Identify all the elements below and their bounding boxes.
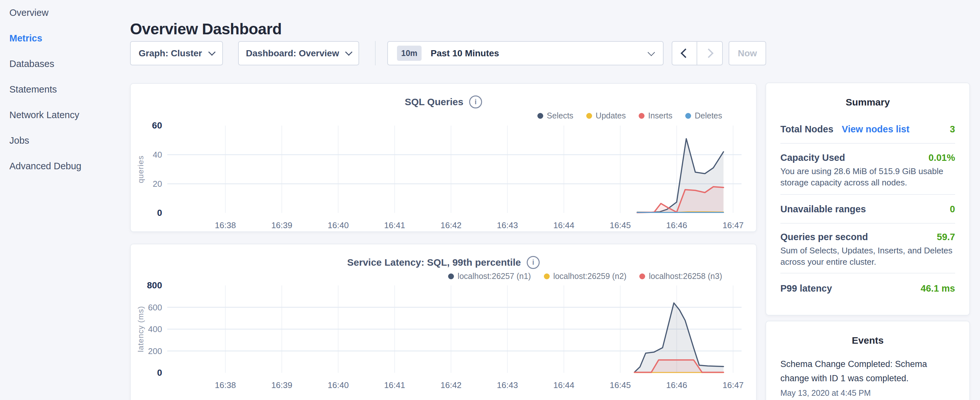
legend-dot-icon: [639, 274, 645, 279]
x-tick-label: 16:46: [666, 380, 687, 390]
summary-label: P99 latency: [780, 283, 832, 294]
x-tick-label: 16:47: [722, 380, 743, 390]
time-window-badge: 10m: [397, 46, 422, 61]
sql-queries-chart-card: SQL Queries i SelectsUpdatesInsertsDelet…: [130, 83, 757, 232]
x-tick-label: 16:41: [384, 220, 405, 230]
chart-title-row: Service Latency: SQL, 99th percentile i: [131, 256, 756, 269]
summary-body: Total Nodes View nodes list 3 Capacity U…: [766, 108, 969, 304]
y-axis-ticks: 0200400600800: [131, 285, 162, 373]
sidebar-item-jobs[interactable]: Jobs: [0, 128, 130, 153]
summary-description: You are using 28.6 MiB of 515.9 GiB usab…: [780, 166, 955, 188]
x-tick-label: 16:38: [215, 380, 236, 390]
chart-title: SQL Queries: [405, 96, 463, 107]
legend-item[interactable]: localhost:26258 (n3): [639, 271, 722, 281]
summary-row-capacity-used: Capacity Used 0.01% You are using 28.6 M…: [780, 144, 955, 195]
metrics-page: Overview Metrics Databases Statements Ne…: [0, 0, 980, 400]
legend-label: localhost:26257 (n1): [458, 271, 531, 281]
chart-canvas: [167, 126, 741, 213]
x-tick-label: 16:42: [440, 220, 461, 230]
legend-dot-icon: [538, 113, 543, 119]
y-tick-label: 0: [157, 208, 162, 218]
x-tick-label: 16:38: [215, 220, 236, 230]
legend-item[interactable]: localhost:26259 (n2): [544, 271, 627, 281]
chart-title: Service Latency: SQL, 99th percentile: [347, 257, 521, 268]
legend-label: localhost:26259 (n2): [553, 271, 627, 281]
legend-label: Inserts: [648, 111, 672, 120]
x-tick-label: 16:44: [553, 380, 574, 390]
sidebar-item-statements[interactable]: Statements: [0, 77, 130, 102]
time-step-forward-button[interactable]: [697, 41, 723, 65]
time-step-buttons: [672, 41, 723, 65]
time-step-back-button[interactable]: [672, 41, 697, 65]
y-axis-ticks: 0204060: [131, 126, 162, 213]
main-content: Overview Dashboard Graph: Cluster Dashbo…: [130, 0, 757, 400]
chart-legend: SelectsUpdatesInsertsDeletes: [538, 111, 722, 120]
summary-title: Summary: [766, 83, 969, 108]
x-tick-label: 16:44: [553, 220, 574, 230]
legend-item[interactable]: localhost:26257 (n1): [448, 271, 531, 281]
chevron-left-icon: [681, 49, 690, 58]
sidebar-item-databases[interactable]: Databases: [0, 51, 130, 77]
sidebar-item-metrics[interactable]: Metrics: [0, 25, 130, 51]
sidebar-item-advanced-debug[interactable]: Advanced Debug: [0, 153, 130, 179]
dashboard-dropdown[interactable]: Dashboard: Overview: [238, 41, 359, 65]
legend-dot-icon: [544, 274, 550, 279]
summary-description: Sum of Selects, Updates, Inserts, and De…: [780, 245, 955, 268]
summary-label: Total Nodes: [780, 124, 834, 135]
controls-bar: Graph: Cluster Dashboard: Overview 10m P…: [130, 41, 766, 65]
x-axis-ticks: 16:3816:3916:4016:4116:4216:4316:4416:45…: [167, 220, 741, 231]
x-tick-label: 16:39: [271, 220, 292, 230]
legend-label: Selects: [547, 111, 573, 120]
chart-title-row: SQL Queries i: [131, 96, 756, 108]
service-latency-chart-card: Service Latency: SQL, 99th percentile i …: [130, 244, 757, 400]
legend-dot-icon: [448, 274, 454, 279]
sidebar: Overview Metrics Databases Statements Ne…: [0, 0, 130, 179]
summary-row-unavailable-ranges: Unavailable ranges 0: [780, 195, 955, 224]
x-tick-label: 16:47: [722, 220, 743, 230]
y-tick-label: 0: [157, 368, 162, 378]
chart-canvas: [167, 285, 741, 373]
legend-item[interactable]: Selects: [538, 111, 573, 120]
graph-scope-dropdown[interactable]: Graph: Cluster: [130, 41, 223, 65]
info-icon[interactable]: i: [527, 256, 540, 269]
summary-value: 3: [950, 124, 955, 135]
summary-row-total-nodes: Total Nodes View nodes list 3: [780, 108, 955, 144]
chevron-right-icon: [704, 49, 714, 58]
summary-label: Capacity Used: [780, 153, 845, 163]
event-list-item: Schema Change Completed: Schema change w…: [766, 357, 969, 398]
chart-legend: localhost:26257 (n1)localhost:26259 (n2)…: [448, 271, 722, 281]
events-panel: Events Schema Change Completed: Schema c…: [765, 321, 970, 400]
chevron-down-icon: [648, 49, 655, 56]
x-tick-label: 16:45: [610, 220, 631, 230]
summary-label: Queries per second: [780, 232, 868, 242]
x-axis-ticks: 16:3816:3916:4016:4116:4216:4316:4416:45…: [167, 380, 741, 391]
x-tick-label: 16:46: [666, 220, 687, 230]
x-tick-label: 16:40: [328, 380, 349, 390]
view-nodes-list-link[interactable]: View nodes list: [842, 124, 910, 135]
legend-label: localhost:26258 (n3): [649, 271, 722, 281]
y-tick-label: 20: [153, 179, 162, 189]
now-button[interactable]: Now: [729, 41, 766, 65]
legend-item[interactable]: Updates: [586, 111, 626, 120]
info-icon[interactable]: i: [469, 96, 482, 108]
legend-dot-icon: [685, 113, 691, 119]
x-tick-label: 16:45: [610, 380, 631, 390]
y-tick-label: 200: [148, 346, 162, 356]
event-timestamp: May 13, 2020 at 4:45 PM: [780, 388, 955, 398]
sidebar-item-network-latency[interactable]: Network Latency: [0, 102, 130, 128]
y-tick-label: 600: [148, 302, 162, 312]
summary-row-queries-per-second: Queries per second 59.7 Sum of Selects, …: [780, 224, 955, 274]
page-title: Overview Dashboard: [130, 20, 282, 38]
legend-item[interactable]: Deletes: [685, 111, 722, 120]
summary-panel: Summary Total Nodes View nodes list 3 Ca…: [765, 83, 970, 316]
sidebar-item-overview[interactable]: Overview: [0, 0, 130, 25]
y-tick-label: 800: [147, 280, 162, 291]
event-message: Schema Change Completed: Schema change w…: [780, 357, 955, 386]
time-window-selector[interactable]: 10m Past 10 Minutes: [387, 41, 663, 65]
legend-item[interactable]: Inserts: [639, 111, 672, 120]
controls-divider: [375, 41, 375, 65]
y-tick-label: 40: [153, 150, 162, 160]
summary-label: Unavailable ranges: [780, 204, 866, 215]
time-window-label: Past 10 Minutes: [431, 48, 499, 59]
x-tick-label: 16:41: [384, 380, 405, 390]
